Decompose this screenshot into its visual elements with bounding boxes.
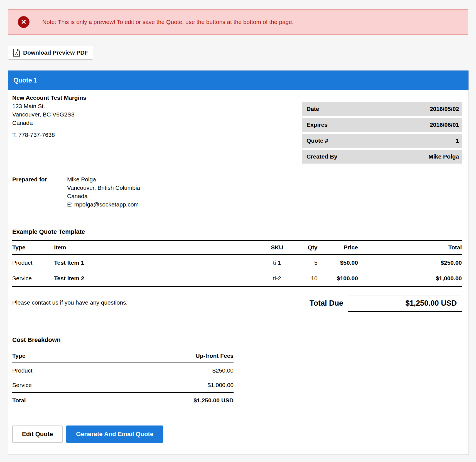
items-col-total: Total [358,240,462,255]
total-due-value: $1,250.00 USD [348,295,462,312]
meta-label: Expires [306,121,328,128]
quote-panel: Quote 1 New Account Test Margins 123 Mai… [8,70,469,455]
meta-value: 2016/05/02 [430,106,459,112]
item-name: Test Item 1 [54,255,259,271]
item-price: $100.00 [318,271,358,287]
breakdown-col-type: Type [12,349,86,363]
table-row: Service Test Item 2 ti-2 10 $100.00 $1,0… [12,271,462,287]
edit-quote-button[interactable]: Edit Quote [12,425,63,443]
summary-row: Please contact us if you have any questi… [12,295,462,312]
meta-value: Mike Polga [428,153,459,160]
meta-row-created-by: Created By Mike Polga [302,150,462,164]
breakdown-type: Service [12,378,86,393]
table-row: Product $250.00 [12,363,234,378]
preview-alert-text: Note: This is only a preview! To edit or… [42,19,294,25]
generate-and-email-quote-button[interactable]: Generate And Email Quote [66,425,163,443]
error-icon: ✕ [18,16,30,28]
quote-actions: Edit Quote Generate And Email Quote [12,425,462,443]
breakdown-fees: $1,000.00 [86,378,234,393]
breakdown-total-row: Total $1,250.00 USD [12,393,234,408]
cost-breakdown-table: Type Up-front Fees Product $250.00 Servi… [12,349,234,408]
item-price: $50.00 [318,255,358,271]
company-name: New Account Test Margins [12,94,462,102]
preview-alert: ✕ Note: This is only a preview! To edit … [8,9,468,35]
items-table-header-row: Type Item SKU Qty Price Total [12,240,462,255]
meta-value: 2016/06/01 [430,121,459,128]
quote-panel-body: New Account Test Margins 123 Main St. Va… [8,90,468,454]
items-col-type: Type [12,240,54,255]
item-type: Service [12,271,54,287]
items-col-sku: SKU [259,240,295,255]
table-row: Service $1,000.00 [12,378,234,393]
meta-label: Quote # [306,137,328,144]
item-qty: 10 [295,271,318,287]
breakdown-header-row: Type Up-front Fees [12,349,234,363]
prepared-for-label: Prepared for [12,175,67,209]
prepared-for-line: Canada [67,192,140,200]
item-name: Test Item 2 [54,271,259,287]
prepared-for-line: Mike Polga [67,175,140,184]
prepared-for-line: Vancouver, British Columbia [67,184,140,192]
meta-label: Created By [306,153,337,160]
table-row: Product Test Item 1 ti-1 5 $50.00 $250.0… [12,255,462,271]
download-preview-pdf-label: Download Preview PDF [23,49,88,56]
breakdown-total-value: $1,250.00 USD [86,393,234,408]
items-col-item: Item [54,240,259,255]
items-col-qty: Qty [295,240,318,255]
quote-meta-table: Date 2016/05/02 Expires 2016/06/01 Quote… [302,102,462,166]
meta-row-expires: Expires 2016/06/01 [302,118,462,132]
meta-label: Date [306,106,319,112]
breakdown-col-fees: Up-front Fees [86,349,234,363]
quote-panel-header: Quote 1 [8,70,468,90]
meta-row-quote-number: Quote # 1 [302,134,462,148]
breakdown-total-label: Total [12,393,86,408]
total-due-label: Total Due [310,299,343,308]
contact-note: Please contact us if you have any questi… [12,295,310,312]
quote-title: Quote 1 [13,77,37,84]
item-total: $250.00 [358,255,462,271]
item-total: $1,000.00 [358,271,462,287]
item-sku: ti-1 [259,255,295,271]
item-type: Product [12,255,54,271]
breakdown-fees: $250.00 [86,363,234,378]
pdf-icon [13,48,20,57]
quote-items-table: Type Item SKU Qty Price Total Product Te… [12,240,462,287]
download-preview-pdf-button[interactable]: Download Preview PDF [8,46,93,60]
meta-row-date: Date 2016/05/02 [302,102,462,116]
item-sku: ti-2 [259,271,295,287]
items-section-title: Example Quote Template [12,228,462,235]
items-col-price: Price [318,240,358,255]
item-qty: 5 [295,255,318,271]
prepared-for-line: E: mpolga@socketapp.com [67,200,140,209]
meta-value: 1 [456,137,459,144]
prepared-for-details: Mike Polga Vancouver, British Columbia C… [67,175,140,209]
prepared-for-block: Prepared for Mike Polga Vancouver, Briti… [12,175,462,209]
breakdown-type: Product [12,363,86,378]
cost-breakdown-title: Cost Breakdown [12,336,462,344]
